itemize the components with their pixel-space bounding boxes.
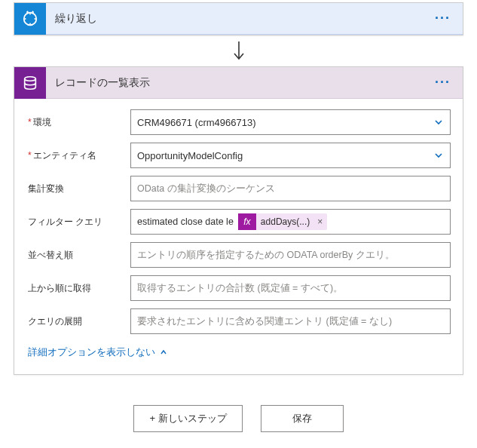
aggregate-placeholder: OData の集計変換のシーケンス bbox=[137, 183, 444, 195]
list-records-menu-button[interactable]: ··· bbox=[429, 75, 457, 91]
aggregate-input[interactable]: OData の集計変換のシーケンス bbox=[130, 176, 451, 201]
entity-value: OpportunityModelConfig bbox=[137, 150, 433, 161]
database-icon bbox=[14, 67, 46, 99]
svg-point-6 bbox=[25, 76, 36, 81]
filter-input[interactable]: estimated close date le fx addDays(...) … bbox=[130, 209, 451, 235]
new-step-button[interactable]: + 新しいステップ bbox=[133, 405, 242, 432]
expand-row: クエリの展開 要求されたエントリに含める関連エントリ (既定値 = なし) bbox=[26, 308, 451, 334]
environment-value: CRM496671 (crm4966713) bbox=[137, 117, 433, 128]
orderby-row: 並べ替え順 エントリの順序を指定するための ODATA orderBy クエリ。 bbox=[26, 242, 451, 268]
expand-label: クエリの展開 bbox=[26, 315, 130, 328]
top-row: 上から順に取得 取得するエントリの合計数 (既定値 = すべて)。 bbox=[26, 275, 451, 301]
entity-row: *エンティティ名 OpportunityModelConfig bbox=[26, 143, 451, 168]
svg-point-3 bbox=[35, 18, 36, 20]
environment-row: *環境 CRM496671 (crm4966713) bbox=[26, 109, 451, 135]
fx-icon: fx bbox=[238, 213, 256, 230]
orderby-label: 並べ替え順 bbox=[26, 249, 130, 262]
environment-select[interactable]: CRM496671 (crm4966713) bbox=[130, 109, 451, 135]
svg-point-4 bbox=[29, 23, 31, 24]
filter-label: フィルター クエリ bbox=[26, 216, 130, 229]
aggregate-label: 集計変換 bbox=[26, 183, 130, 195]
list-records-step-card: レコードの一覧表示 ··· *環境 CRM496671 (crm4966713)… bbox=[14, 66, 463, 375]
expand-placeholder: 要求されたエントリに含める関連エントリ (既定値 = なし) bbox=[137, 315, 444, 328]
flow-arrow-icon bbox=[0, 40, 477, 63]
expression-token[interactable]: fx addDays(...) × bbox=[238, 213, 327, 230]
hide-advanced-options-link[interactable]: 詳細オプションを表示しない bbox=[26, 342, 169, 367]
top-label: 上から順に取得 bbox=[26, 282, 130, 295]
top-placeholder: 取得するエントリの合計数 (既定値 = すべて)。 bbox=[137, 282, 444, 295]
orderby-placeholder: エントリの順序を指定するための ODATA orderBy クエリ。 bbox=[137, 249, 444, 262]
environment-label: *環境 bbox=[26, 116, 130, 129]
recurrence-header[interactable]: 繰り返し ··· bbox=[14, 3, 463, 35]
token-remove-button[interactable]: × bbox=[313, 216, 327, 227]
recurrence-title: 繰り返し bbox=[55, 12, 429, 26]
top-input[interactable]: 取得するエントリの合計数 (既定値 = すべて)。 bbox=[130, 275, 451, 301]
svg-point-2 bbox=[25, 18, 26, 20]
filter-prefix-text: estimated close date le bbox=[137, 216, 234, 227]
list-records-header[interactable]: レコードの一覧表示 ··· bbox=[14, 67, 463, 99]
recurrence-step-card: 繰り返し ··· bbox=[14, 2, 463, 35]
svg-point-1 bbox=[29, 13, 31, 14]
chevron-down-icon bbox=[433, 150, 444, 161]
entity-select[interactable]: OpportunityModelConfig bbox=[130, 143, 451, 168]
chevron-down-icon bbox=[433, 117, 444, 127]
clock-icon bbox=[14, 3, 46, 35]
list-records-body: *環境 CRM496671 (crm4966713) *エンティティ名 Oppo… bbox=[14, 99, 463, 374]
recurrence-menu-button[interactable]: ··· bbox=[429, 11, 457, 26]
save-button[interactable]: 保存 bbox=[261, 405, 344, 432]
footer-button-row: + 新しいステップ 保存 bbox=[0, 405, 477, 432]
expand-input[interactable]: 要求されたエントリに含める関連エントリ (既定値 = なし) bbox=[130, 308, 451, 334]
entity-label: *エンティティ名 bbox=[26, 149, 130, 162]
filter-row: フィルター クエリ estimated close date le fx add… bbox=[26, 209, 451, 235]
list-records-title: レコードの一覧表示 bbox=[55, 76, 429, 90]
orderby-input[interactable]: エントリの順序を指定するための ODATA orderBy クエリ。 bbox=[130, 242, 451, 268]
token-label: addDays(...) bbox=[261, 216, 313, 227]
aggregate-row: 集計変換 OData の集計変換のシーケンス bbox=[26, 176, 451, 201]
advanced-link-label: 詳細オプションを表示しない bbox=[28, 346, 155, 359]
chevron-up-icon bbox=[160, 348, 167, 358]
